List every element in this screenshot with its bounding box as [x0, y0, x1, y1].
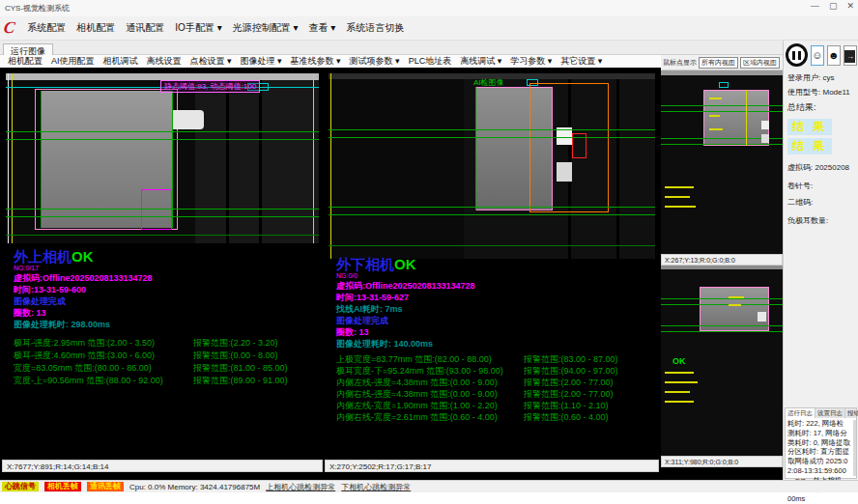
menu-item-comm-config[interactable]: 通讯配置	[126, 21, 164, 35]
menu-item-io-config[interactable]: IO手配置 ▾	[175, 21, 221, 35]
measure-text: 上极宽度=83.77mm 范围:(82.00 - 88.00)	[336, 353, 516, 365]
yellow-text-mark	[665, 372, 694, 374]
log-tab-run[interactable]: 运行日志	[786, 408, 815, 418]
exit-button[interactable]: →	[844, 45, 857, 66]
log-tab-setting[interactable]: 设置日志	[815, 408, 845, 418]
loop-count-text: 圈数: 13	[14, 307, 321, 319]
toolbar-camera-debug[interactable]: 相机调试	[103, 55, 138, 68]
menu-item-camera-config[interactable]: 相机配置	[76, 21, 115, 35]
alarm-text: 报警范围:(1.10 - 2.10)	[524, 400, 609, 411]
magenta-roi-box	[141, 189, 172, 230]
measure-text: 内侧右线-宽度=2.61mm 范围:(0.60 - 4.00)	[336, 411, 516, 423]
camera-title-line: 外上相机OK	[14, 249, 321, 265]
lower-camera-image[interactable]: AI检图像	[329, 73, 655, 259]
time-text: 时间:13-31-59-600	[14, 284, 321, 295]
model-row: 使用型号: Mode11	[784, 85, 858, 99]
alarm-text: 报警范围:(81.00 - 85.00)	[193, 362, 288, 375]
ai-elapsed-text: 找线AI耗时: 7ms	[336, 303, 657, 315]
alarm-text: 报警范围:(83.00 - 87.00)	[524, 353, 618, 365]
mini-tab-all-view[interactable]: 所有内视图	[699, 57, 738, 69]
green-line	[329, 137, 655, 138]
toolbar-spotcheck-setting[interactable]: 点检设置 ▾	[190, 55, 232, 68]
menu-item-light-config[interactable]: 光源控制配置 ▾	[233, 21, 299, 35]
pause-icon	[798, 51, 801, 60]
alarm-text: 报警范围:(0.00 - 8.00)	[193, 350, 278, 362]
toolbar-learn-params[interactable]: 学习参数 ▾	[510, 55, 552, 68]
minimize-icon[interactable]: —	[811, 1, 819, 11]
green-line	[6, 216, 319, 217]
maximize-icon[interactable]: ▢	[829, 1, 838, 11]
mini-view-1[interactable]	[661, 70, 783, 254]
model-value: Mode11	[822, 88, 849, 97]
toolbar-offline-debug[interactable]: 离线调试 ▾	[460, 55, 501, 68]
ng-counter: NG:0/17	[14, 265, 321, 272]
background-band	[195, 80, 319, 243]
toolbar-other-setting[interactable]: 其它设置 ▾	[560, 55, 602, 68]
login-user-value: cys	[822, 73, 834, 82]
green-line	[661, 304, 783, 305]
login-user-row: 登录用户: cys	[784, 70, 858, 85]
tabstrip: 运行图像	[0, 41, 783, 55]
time-text: 时间:13-31-59-627	[336, 292, 657, 303]
user-dark-button[interactable]: ☻	[827, 45, 841, 66]
upper-camera-link[interactable]: 上相机心跳检测异常	[266, 482, 335, 492]
toolbar-image-process[interactable]: 图像处理 ▾	[241, 55, 282, 68]
menu-item-view[interactable]: 查看 ▾	[309, 21, 336, 35]
alarm-text: 报警范围:(2.00 - 77.00)	[524, 377, 614, 388]
green-line	[6, 139, 319, 140]
camera-name: 外下相机	[336, 257, 394, 272]
green-line	[661, 111, 783, 112]
green-vline	[475, 87, 476, 210]
rail-decoration	[661, 70, 783, 75]
exit-icon: →	[844, 50, 855, 63]
green-line	[661, 325, 783, 326]
process-done-text: 图像处理完成	[336, 315, 657, 326]
pause-button[interactable]	[786, 43, 808, 67]
log-tabs: 运行日志 设置日志 报错日志	[786, 408, 856, 418]
edge-line	[8, 73, 9, 243]
menu-item-system-config[interactable]: 系统配置	[27, 21, 66, 35]
result-box-2: 结 果	[787, 138, 832, 154]
toolbar-camera-config[interactable]: 相机配置	[8, 55, 43, 68]
measure-text: 极耳-强度:4.60mm 范围:(3.00 - 6.00)	[14, 350, 186, 362]
toolbar-ai-config[interactable]: AI使用配置	[51, 55, 95, 68]
menu-item-language-switch[interactable]: 系统语言切换	[346, 21, 404, 35]
yellow-text-mark	[709, 128, 723, 130]
mini-view-2[interactable]: OK	[661, 266, 783, 456]
measure-row: 极耳-强度:4.60mm 范围:(3.00 - 6.00)报警范围:(0.00 …	[14, 350, 321, 362]
login-user-label: 登录用户:	[787, 73, 820, 82]
upper-camera-text: 外上相机OK NG:0/17 虚拟码:Offline20250208133134…	[14, 249, 321, 387]
user-button[interactable]: ☺	[811, 45, 824, 66]
cpu-memory-text: Cpu: 0.0% Memory: 3424.41796875M	[129, 483, 260, 491]
highlight-spot	[557, 162, 572, 182]
rail-decoration	[661, 266, 783, 269]
toolbar-test-params[interactable]: 测试项参数 ▾	[350, 55, 400, 68]
yellow-line	[330, 73, 331, 259]
log-scrollbar[interactable]	[853, 420, 856, 476]
close-icon[interactable]: ✕	[846, 1, 854, 11]
lower-camera-link[interactable]: 下相机心跳检测异常	[341, 482, 411, 492]
yellow-line	[313, 73, 314, 243]
ng-counter: NG:0/0	[336, 272, 657, 280]
green-line	[329, 214, 655, 215]
toolbar-plc-address[interactable]: PLC地址表	[409, 55, 452, 68]
cyan-marker	[719, 82, 729, 88]
upper-coords-bar: X:7677;Y:891;R:14;G:14;B:14	[2, 460, 323, 472]
upper-camera-view: 静态阈值:93, 动态阈值:100 外上相机OK NG:0/17 虚拟码:Off…	[2, 68, 323, 480]
alarm-text: 报警范围:(2.00 - 77.00)	[524, 388, 614, 400]
yellow-text-mark	[729, 296, 744, 298]
toolbar-baseline-params[interactable]: 基准线参数 ▾	[291, 55, 341, 68]
pin-label: 卷针号:	[784, 179, 858, 193]
toolbar-offline-setting[interactable]: 离线设置	[147, 55, 182, 68]
mini-tab-region-view[interactable]: 区域内视图	[740, 57, 780, 69]
result-box-1: 结 果	[787, 119, 832, 135]
measure-text: 内侧左线-强度=4.38mm 范围:(0.00 - 9.00)	[336, 377, 516, 388]
log-tab-error[interactable]: 报错日志	[845, 408, 858, 418]
yellow-text-mark	[665, 391, 690, 393]
upper-camera-image[interactable]: 静态阈值:93, 动态阈值:100	[6, 73, 319, 243]
user-icon: ☺	[812, 49, 822, 61]
overlay-threshold-label: 静态阈值:93, 动态阈值:100	[160, 80, 260, 93]
barcode-value: 20250208	[815, 163, 849, 172]
highlight-spot	[758, 312, 766, 322]
green-vline	[41, 91, 42, 228]
